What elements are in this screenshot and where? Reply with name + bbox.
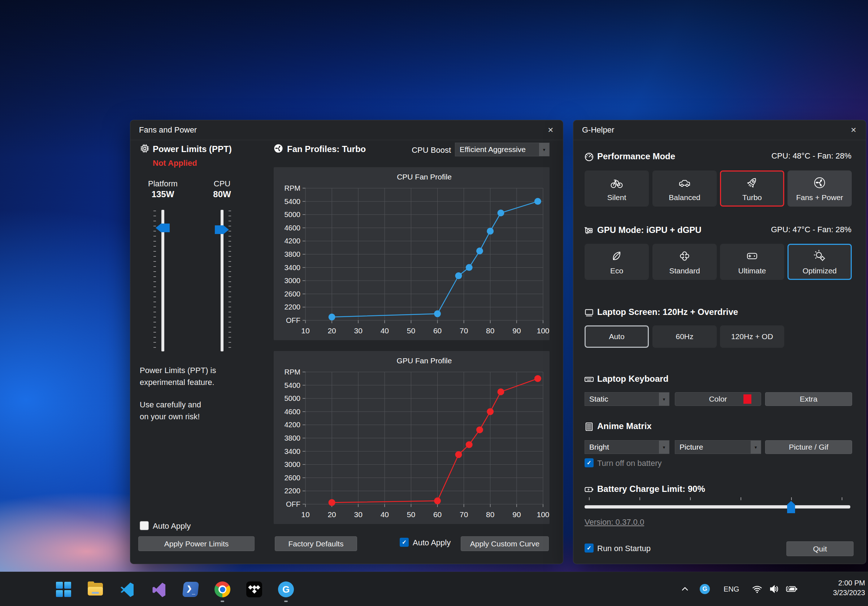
- screen-button-auto[interactable]: Auto: [584, 325, 649, 348]
- power-auto-apply-label: Auto Apply: [153, 521, 191, 531]
- svg-text:30: 30: [354, 327, 363, 335]
- mode-button-silent[interactable]: Silent: [584, 170, 649, 206]
- version-link[interactable]: Version: 0.37.0.0: [584, 518, 644, 527]
- svg-text:2600: 2600: [285, 474, 301, 482]
- screen-button-120hz-od[interactable]: 120Hz + OD: [720, 325, 784, 348]
- keyboard-mode-dropdown[interactable]: Static ▾: [584, 392, 670, 406]
- close-icon[interactable]: ✕: [544, 124, 557, 136]
- fans-and-power-window: Fans and Power ✕ Power Limits (PPT) Not …: [130, 120, 563, 564]
- tray-language[interactable]: ENG: [724, 585, 739, 594]
- cpu-fan-chart[interactable]: CPU Fan ProfileRPM5400500046004200380034…: [274, 167, 550, 340]
- tray-chevron-up-icon[interactable]: [680, 584, 690, 594]
- factory-defaults-button[interactable]: Factory Defaults: [275, 536, 357, 551]
- taskbar: ❯_ G G ENG 2:00 PM 3: [0, 572, 868, 606]
- windows-logo-icon: [56, 582, 71, 597]
- battery-limit-slider[interactable]: [584, 505, 850, 508]
- keyboard-heading: Laptop Keyboard: [597, 374, 668, 384]
- chrome-icon[interactable]: [214, 581, 231, 598]
- close-icon[interactable]: ✕: [847, 124, 860, 136]
- quit-button[interactable]: Quit: [786, 541, 854, 556]
- cpu-slider-ticks: [229, 211, 231, 352]
- cpu-boost-dropdown[interactable]: Efficient Aggressive ▾: [455, 143, 550, 157]
- matrix-brightness-dropdown[interactable]: Bright ▾: [584, 440, 670, 454]
- screen-button-60hz[interactable]: 60Hz: [653, 325, 717, 348]
- svg-text:3000: 3000: [285, 460, 301, 468]
- svg-text:10: 10: [301, 510, 309, 519]
- chevron-down-icon[interactable]: ▾: [751, 440, 761, 454]
- check-icon: ✓: [402, 539, 406, 546]
- power-limits-warning-1: Power Limits (PPT) is experimental featu…: [140, 364, 262, 388]
- warning-line: experimental feature.: [140, 376, 262, 388]
- svg-text:80: 80: [486, 510, 494, 519]
- running-indicator: [221, 601, 224, 602]
- start-button[interactable]: [55, 581, 72, 598]
- keyboard-icon: [584, 375, 594, 384]
- warning-line: Power Limits (PPT) is: [140, 364, 262, 376]
- tray-clock[interactable]: 2:00 PM 3/23/2023: [813, 578, 865, 598]
- g-helper-app-icon[interactable]: G: [277, 581, 294, 598]
- fans-titlebar[interactable]: Fans and Power ✕: [130, 120, 563, 140]
- turn-off-on-battery-checkbox[interactable]: ✓: [584, 458, 594, 467]
- tidal-icon[interactable]: [245, 581, 263, 598]
- slider-tick: [639, 497, 640, 500]
- powershell-icon[interactable]: ❯_: [182, 581, 199, 598]
- svg-text:3400: 3400: [285, 263, 301, 271]
- battery-limit-slider-thumb[interactable]: [787, 501, 795, 513]
- warning-line: on your own risk!: [140, 411, 262, 423]
- gpu-button-eco[interactable]: Eco: [584, 244, 649, 280]
- cpu-slider-thumb[interactable]: [215, 225, 229, 234]
- curve-auto-apply-checkbox[interactable]: ✓: [400, 538, 409, 547]
- platform-value: 135W: [138, 189, 188, 199]
- run-on-startup-checkbox[interactable]: ✓: [584, 544, 594, 553]
- mode-button-turbo[interactable]: Turbo: [720, 170, 784, 206]
- gpu-mode-heading: GPU Mode: iGPU + dGPU: [597, 225, 702, 235]
- platform-slider-thumb[interactable]: [156, 223, 170, 232]
- svg-text:80: 80: [486, 327, 494, 335]
- battery-charging-icon[interactable]: [786, 584, 798, 594]
- slider-tick: [842, 497, 842, 500]
- svg-text:50: 50: [407, 510, 415, 519]
- ghelper-titlebar[interactable]: G-Helper ✕: [574, 120, 866, 140]
- running-indicator: [284, 601, 288, 602]
- visual-studio-icon[interactable]: [150, 581, 167, 598]
- chevron-down-icon[interactable]: ▾: [539, 143, 549, 156]
- gpu-button-standard[interactable]: Standard: [653, 244, 717, 280]
- gpu-fan-chart[interactable]: GPU Fan ProfileRPM5400500046004200380034…: [274, 351, 550, 524]
- keyboard-extra-button[interactable]: Extra: [765, 392, 852, 406]
- gpu-button-label: Eco: [610, 267, 623, 275]
- gauge-icon: [584, 152, 594, 162]
- terminal-logo-icon: ❯_: [182, 582, 199, 597]
- picture-gif-button[interactable]: Picture / Gif: [765, 440, 852, 454]
- screen-icon: [584, 308, 594, 318]
- apply-custom-curve-button[interactable]: Apply Custom Curve: [461, 536, 549, 551]
- file-explorer-icon[interactable]: [87, 581, 104, 598]
- chevron-down-icon[interactable]: ▾: [659, 440, 669, 454]
- slider-tick: [690, 497, 691, 500]
- apply-power-limits-button[interactable]: Apply Power Limits: [138, 536, 254, 551]
- keyboard-color-label: Color: [709, 395, 727, 403]
- gpu-button-optimized[interactable]: Optimized: [787, 244, 852, 280]
- tray-ghelper-icon[interactable]: G: [700, 584, 710, 594]
- volume-icon[interactable]: [769, 584, 780, 594]
- mode-button-fans-power[interactable]: Fans + Power: [787, 170, 852, 206]
- keyboard-color-button[interactable]: Color: [675, 392, 761, 406]
- vs-code-icon[interactable]: [118, 581, 136, 598]
- svg-text:5400: 5400: [285, 381, 301, 389]
- anime-matrix-icon: [584, 422, 594, 432]
- svg-text:4200: 4200: [285, 421, 301, 429]
- gpu-button-ultimate[interactable]: Ultimate: [720, 244, 784, 280]
- chrome-logo-icon: [214, 581, 230, 597]
- matrix-content-dropdown[interactable]: Picture ▾: [675, 440, 761, 454]
- power-auto-apply-checkbox[interactable]: [140, 521, 149, 530]
- ghelper-window-title: G-Helper: [582, 125, 847, 135]
- svg-text:30: 30: [354, 510, 363, 519]
- vscode-logo-icon: [119, 581, 135, 597]
- wifi-icon[interactable]: [752, 584, 763, 595]
- svg-text:40: 40: [381, 327, 389, 335]
- mode-button-balanced[interactable]: Balanced: [653, 170, 717, 206]
- platform-label: Platform: [138, 179, 188, 189]
- chip-icon: [140, 143, 150, 153]
- svg-text:3800: 3800: [285, 250, 301, 258]
- chevron-down-icon[interactable]: ▾: [659, 392, 669, 406]
- keyboard-mode-value: Static: [585, 392, 659, 406]
